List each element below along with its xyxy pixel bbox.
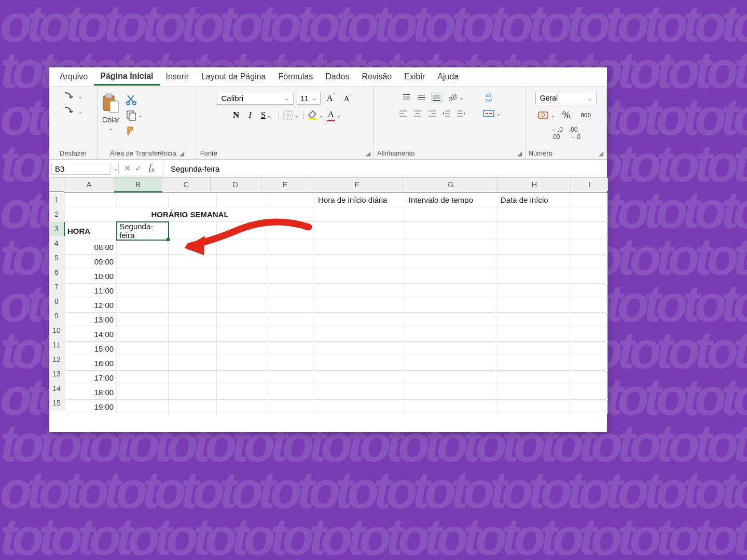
align-middle-icon[interactable]	[417, 93, 426, 102]
cell[interactable]	[216, 193, 266, 207]
underline-button[interactable]: S ⌄	[258, 109, 274, 121]
cell-A14[interactable]: 18:00	[65, 385, 117, 400]
align-bottom-icon[interactable]	[431, 92, 442, 103]
fill-color-button[interactable]: ⌄	[308, 110, 324, 120]
cell[interactable]	[169, 255, 217, 269]
cell[interactable]	[315, 255, 406, 269]
cell[interactable]	[406, 400, 497, 414]
col-header-F[interactable]: F	[310, 178, 404, 191]
row-header-15[interactable]: 15	[49, 396, 64, 411]
cell[interactable]	[266, 385, 315, 400]
weekly-title[interactable]: HORÁRIO SEMANAL	[65, 207, 315, 222]
number-format-select[interactable]: Geral ⌄	[535, 92, 597, 104]
cell[interactable]	[406, 207, 497, 222]
name-box-dropdown[interactable]: ⌄	[114, 165, 118, 172]
row-header-12[interactable]: 12	[49, 353, 64, 367]
cell[interactable]	[315, 222, 406, 240]
align-top-icon[interactable]	[402, 93, 411, 102]
cell[interactable]	[570, 327, 607, 342]
cell[interactable]	[497, 400, 570, 414]
cell[interactable]	[406, 269, 497, 284]
cell[interactable]	[570, 298, 607, 313]
row-header-7[interactable]: 7	[49, 280, 64, 295]
cell[interactable]	[315, 371, 406, 385]
font-dialog-launcher[interactable]: ◢	[366, 150, 370, 157]
orientation-button[interactable]: ab ⌄	[448, 93, 464, 102]
cell[interactable]	[169, 298, 217, 313]
cell[interactable]	[497, 207, 570, 222]
cell[interactable]	[216, 222, 266, 240]
cell[interactable]	[216, 371, 266, 385]
cell-A9[interactable]: 13:00	[65, 313, 117, 327]
cell[interactable]	[497, 342, 570, 356]
cell[interactable]	[216, 385, 266, 400]
cell[interactable]	[216, 327, 266, 342]
cell-F1[interactable]: Hora de início diária	[315, 193, 406, 207]
cell[interactable]	[266, 222, 315, 240]
cell[interactable]	[169, 193, 217, 207]
cells-area[interactable]: Hora de início diáriaIntervalo de tempoD…	[65, 193, 608, 432]
cell[interactable]	[117, 255, 169, 269]
copy-icon[interactable]: ⌄	[126, 109, 143, 121]
row-header-5[interactable]: 5	[49, 251, 64, 265]
row-header-13[interactable]: 13	[49, 367, 64, 382]
cell[interactable]	[266, 327, 315, 342]
cell-A15[interactable]: 19:00	[65, 400, 117, 414]
number-dialog-launcher[interactable]: ◢	[599, 150, 603, 157]
align-right-icon[interactable]	[427, 109, 437, 118]
cell[interactable]	[216, 240, 266, 255]
cell[interactable]	[266, 400, 315, 414]
cell[interactable]	[406, 385, 497, 400]
format-painter-icon[interactable]	[126, 125, 143, 136]
cell[interactable]	[117, 193, 169, 207]
cell[interactable]	[169, 269, 217, 284]
cell[interactable]	[315, 327, 406, 342]
cell[interactable]	[266, 269, 315, 284]
cell-A4[interactable]: 08:00	[65, 240, 117, 255]
redo-button[interactable]: ⌄	[63, 105, 82, 117]
font-color-button[interactable]: A ⌄	[327, 109, 341, 121]
cell[interactable]	[169, 284, 217, 298]
cell-A7[interactable]: 11:00	[65, 284, 117, 298]
cell[interactable]	[169, 342, 217, 356]
col-header-C[interactable]: C	[162, 178, 211, 191]
row-header-14[interactable]: 14	[49, 382, 64, 396]
cell[interactable]	[117, 298, 169, 313]
cell-B3[interactable]: Segunda-feira	[117, 222, 169, 240]
cell[interactable]	[497, 269, 570, 284]
row-header-10[interactable]: 10	[49, 324, 64, 338]
cell[interactable]	[216, 255, 266, 269]
name-box[interactable]: B3	[51, 163, 110, 175]
cell[interactable]	[266, 313, 315, 327]
align-left-icon[interactable]	[398, 109, 408, 118]
fill-handle[interactable]	[167, 238, 170, 241]
cell-G1[interactable]: Intervalo de tempo	[406, 193, 497, 207]
cell[interactable]	[169, 240, 217, 255]
cell[interactable]	[315, 240, 406, 255]
cell[interactable]	[169, 356, 217, 371]
row-header-1[interactable]: 1	[49, 193, 64, 207]
cell-A8[interactable]: 12:00	[65, 298, 117, 313]
decrease-indent-icon[interactable]	[442, 109, 451, 118]
cell[interactable]	[315, 385, 406, 400]
cell[interactable]	[117, 269, 169, 284]
cell[interactable]	[266, 240, 315, 255]
cell-A11[interactable]: 15:00	[65, 342, 117, 356]
cell[interactable]	[406, 222, 497, 240]
cell[interactable]	[406, 255, 497, 269]
percent-button[interactable]: %	[559, 108, 574, 122]
cell[interactable]	[216, 400, 266, 414]
cell[interactable]	[497, 298, 570, 313]
cell-A12[interactable]: 16:00	[65, 356, 117, 371]
cell[interactable]	[266, 356, 315, 371]
menu-item-ajuda[interactable]: Ajuda	[431, 69, 465, 85]
row-header-4[interactable]: 4	[49, 236, 64, 251]
cell[interactable]	[570, 240, 607, 255]
cell-A6[interactable]: 10:00	[65, 269, 117, 284]
cell[interactable]	[406, 284, 497, 298]
cell[interactable]	[169, 313, 217, 327]
align-center-icon[interactable]	[413, 109, 422, 118]
cell[interactable]	[570, 371, 607, 385]
col-header-G[interactable]: G	[404, 178, 498, 191]
cell[interactable]	[570, 284, 607, 298]
